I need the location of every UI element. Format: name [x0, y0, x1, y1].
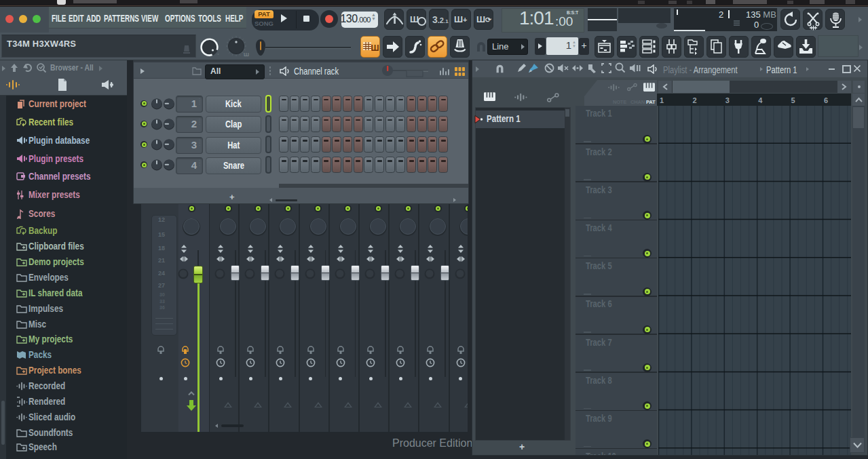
- svg-text:Ш: Ш: [371, 43, 379, 53]
